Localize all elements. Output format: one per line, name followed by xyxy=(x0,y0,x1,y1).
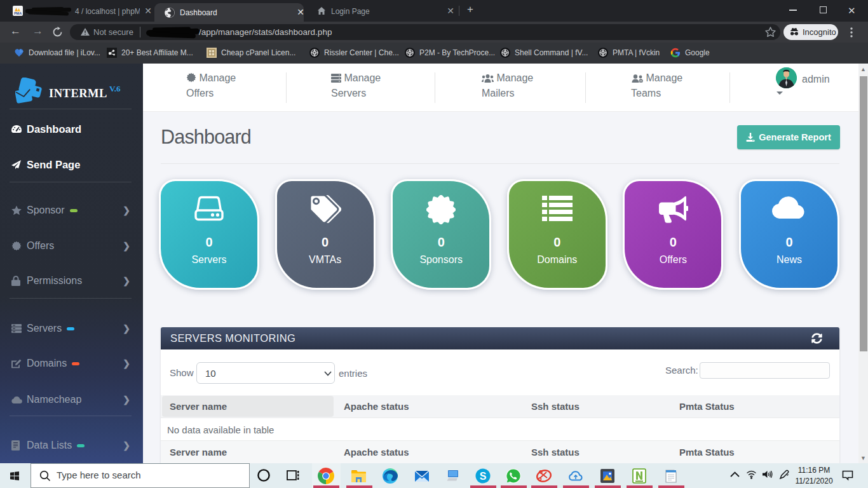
svg-text:S: S xyxy=(480,471,487,482)
svg-text:PMA: PMA xyxy=(14,11,22,15)
